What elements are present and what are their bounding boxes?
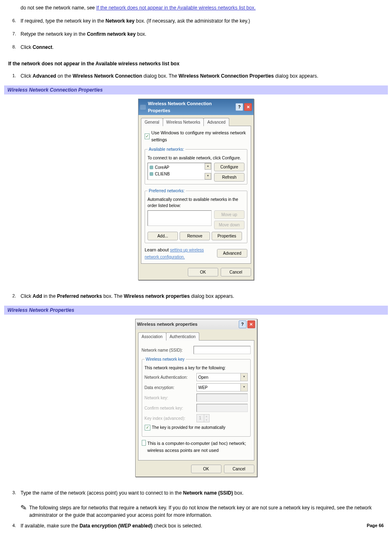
available-networks-legend: Available networks: <box>148 146 185 152</box>
step-b2: 2. Click Add in the Preferred networks b… <box>21 292 384 300</box>
preferred-networks-legend: Preferred networks: <box>148 188 186 194</box>
preferred-networks-list[interactable] <box>148 210 212 226</box>
network-item[interactable]: CLIENB <box>150 171 210 177</box>
preferred-networks-text: Automatically connect to available netwo… <box>148 196 244 209</box>
tab-authentication[interactable]: Authentication <box>166 332 199 341</box>
note-text: The following steps are for networks tha… <box>29 504 384 519</box>
learn-label: Learn about <box>145 247 170 252</box>
adhoc-checkbox[interactable]: ✓ <box>142 440 146 446</box>
ssid-input[interactable] <box>194 346 251 354</box>
step-6: 6. If required, type the network key in … <box>21 17 384 25</box>
refresh-button[interactable]: Refresh <box>214 173 244 182</box>
adhoc-label: This is a computer-to-computer (ad hoc) … <box>148 440 251 454</box>
network-key-input <box>196 394 248 402</box>
key-index-spinner: 1 ▴▾ <box>196 414 210 422</box>
caption-dlg2: Wireless Network Properties <box>4 306 388 315</box>
scroll-up-icon[interactable]: ▴ <box>205 163 211 170</box>
step-b4: 4. If available, make sure the Data encr… <box>21 522 384 530</box>
window-title: Wireless network properties <box>137 321 238 328</box>
step-b1: 1. Click Advanced on the Wireless Networ… <box>21 72 384 80</box>
section-heading: If the network does not appear in the Av… <box>4 60 388 67</box>
key-index-label: Key index (advanced): <box>145 415 194 421</box>
wireless-key-legend: Wireless network key <box>145 356 186 362</box>
auto-key-checkbox[interactable]: ✓ <box>145 425 150 431</box>
network-icon <box>150 172 153 176</box>
auto-key-label: The key is provided for me automatically <box>152 424 226 431</box>
tab-association[interactable]: Association <box>138 332 166 341</box>
step-continuation: do not see the network name, see If the … <box>21 4 384 12</box>
configure-button[interactable]: Configure <box>214 163 244 171</box>
confirm-key-input <box>196 404 248 412</box>
dialog-connection-properties: Wireless Network Connection Properties ?… <box>138 99 254 280</box>
step-7: 7. Retype the network key in the Confirm… <box>21 30 384 38</box>
remove-button[interactable]: Remove <box>180 232 210 240</box>
properties-button[interactable]: Properties <box>212 232 242 240</box>
pencil-icon: ✎ <box>20 504 27 512</box>
available-networks-text: To connect to an available network, clic… <box>148 155 244 161</box>
available-networks-list[interactable]: CoreAP CLIENB ▴ ▾ <box>148 163 212 180</box>
close-button[interactable]: ✕ <box>244 103 252 111</box>
add-button[interactable]: Add... <box>148 232 178 240</box>
ok-button[interactable]: OK <box>188 268 218 276</box>
move-up-button: Move up <box>214 210 244 219</box>
page-number: Page 66 <box>367 522 384 529</box>
note-block: ✎ The following steps are for networks t… <box>21 504 384 519</box>
use-windows-checkbox[interactable]: ✓ <box>145 134 150 139</box>
window-icon <box>140 105 146 110</box>
chevron-down-icon: ▾ <box>240 373 247 381</box>
auth-label: Network Authentication: <box>145 374 194 380</box>
caption-dlg1: Wireless Network Connection Properties <box>4 85 388 94</box>
step-8: 8. Click Connect. <box>21 44 384 51</box>
network-icon <box>150 166 153 169</box>
encryption-combo[interactable]: WEP ▾ <box>196 383 248 391</box>
move-down-button: Move down <box>214 221 244 229</box>
wireless-key-text: This network requires a key for the foll… <box>145 365 248 371</box>
dialog-network-properties: Wireless network properties ? ✕ Associat… <box>135 319 257 477</box>
scroll-down-icon[interactable]: ▾ <box>205 173 211 180</box>
ok-button[interactable]: OK <box>191 465 221 473</box>
step-b3: 3. Type the name of the network (access … <box>21 489 384 497</box>
auth-combo[interactable]: Open ▾ <box>196 373 248 381</box>
confirm-key-label: Confirm network key: <box>145 405 194 411</box>
tab-advanced[interactable]: Advanced <box>203 118 229 126</box>
advanced-button[interactable]: Advanced <box>217 249 247 258</box>
tab-general[interactable]: General <box>141 118 163 126</box>
link-missing-network[interactable]: If the network does not appear in the Av… <box>96 5 256 11</box>
close-button[interactable]: ✕ <box>247 320 255 328</box>
use-windows-label: Use Windows to configure my wireless net… <box>151 129 247 143</box>
encryption-label: Data encryption: <box>145 385 194 391</box>
network-key-label: Network key: <box>145 395 194 401</box>
chevron-down-icon: ▾ <box>240 384 247 391</box>
ssid-label: Network name (SSID): <box>142 347 191 353</box>
cancel-button[interactable]: Cancel <box>221 268 251 276</box>
help-button[interactable]: ? <box>235 103 243 111</box>
network-item[interactable]: CoreAP <box>150 164 210 170</box>
tab-wireless-networks[interactable]: Wireless Networks <box>163 118 204 126</box>
cancel-button[interactable]: Cancel <box>224 465 254 473</box>
window-title: Wireless Network Connection Properties <box>148 100 235 114</box>
help-button[interactable]: ? <box>239 320 247 328</box>
